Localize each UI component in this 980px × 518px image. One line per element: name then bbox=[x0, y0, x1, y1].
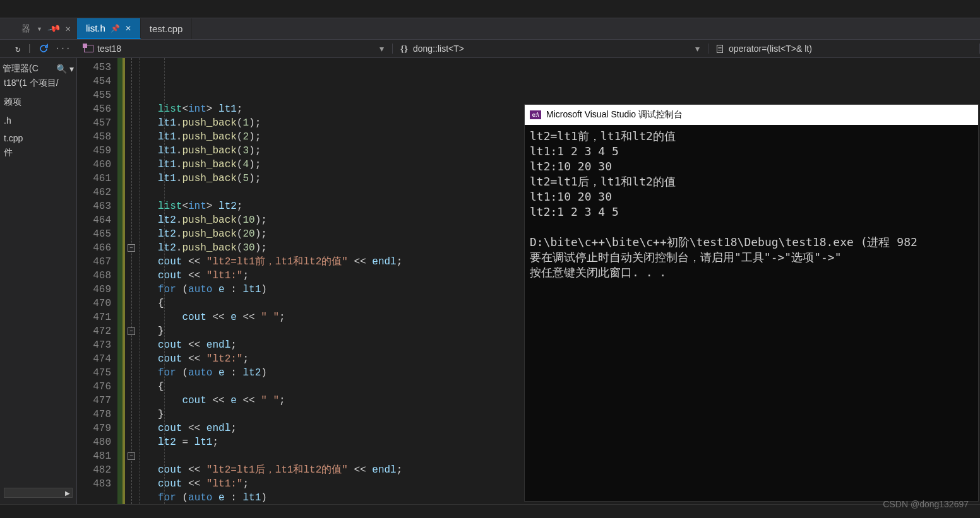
line-number: 463 bbox=[77, 199, 111, 213]
operator-icon: ≡ bbox=[715, 44, 725, 54]
line-number: 459 bbox=[77, 144, 111, 158]
scrollbar-horizontal[interactable]: ▶ bbox=[4, 488, 73, 498]
line-number: 468 bbox=[77, 269, 111, 283]
status-bar bbox=[0, 504, 980, 518]
solution-dropdown-icon[interactable]: ▾ bbox=[37, 23, 42, 34]
close-icon[interactable]: ✕ bbox=[66, 23, 71, 34]
line-number: 464 bbox=[77, 213, 111, 227]
line-number: 455 bbox=[77, 88, 111, 102]
pin-icon[interactable]: 📌 bbox=[46, 21, 61, 36]
fold-button[interactable]: − bbox=[128, 244, 135, 252]
search-placeholder: 管理器(C bbox=[3, 63, 54, 74]
line-number: 470 bbox=[77, 297, 111, 310]
line-number: 474 bbox=[77, 352, 111, 366]
chevron-down-icon[interactable]: ▾ bbox=[693, 44, 702, 54]
tab-inactive-label: test.cpp bbox=[150, 23, 183, 34]
crumb-member[interactable]: ≡ operator=(list<T>& lt) bbox=[708, 44, 980, 54]
line-number: 483 bbox=[77, 477, 111, 491]
line-number: 477 bbox=[77, 394, 111, 408]
scroll-right-icon[interactable]: ▶ bbox=[63, 488, 72, 497]
line-number: 469 bbox=[77, 283, 111, 297]
line-number: 481 bbox=[77, 449, 111, 463]
sidebar-item[interactable]: .h bbox=[0, 114, 76, 127]
line-number: 466 bbox=[77, 241, 111, 255]
sidebar-item[interactable]: 赖项 bbox=[0, 95, 76, 110]
line-number: 461 bbox=[77, 172, 111, 185]
crumb-member-label: operator=(list<T>& lt) bbox=[729, 44, 812, 54]
line-number: 457 bbox=[77, 116, 111, 130]
search-dropdown-icon[interactable]: ▾ bbox=[69, 64, 74, 74]
crumb-project[interactable]: test18 ▾ bbox=[77, 44, 393, 54]
refresh-icon[interactable] bbox=[39, 44, 49, 54]
line-number: 467 bbox=[77, 255, 111, 269]
line-number: 475 bbox=[77, 366, 111, 380]
debug-console-window[interactable]: c:\ Microsoft Visual Studio 调试控制台 lt2=lt… bbox=[524, 104, 979, 502]
tab-bar: 器 ▾ 📌 ✕ list.h 📌 ✕ test.cpp bbox=[0, 18, 980, 39]
separator: | bbox=[27, 44, 32, 54]
sidebar-item[interactable]: t.cpp bbox=[0, 131, 76, 145]
crumb-scope[interactable]: {} dong::list<T> ▾ bbox=[393, 44, 708, 54]
sidebar-item[interactable]: 件 bbox=[0, 145, 76, 160]
chevron-down-icon[interactable]: ▾ bbox=[377, 44, 386, 54]
crumb-project-label: test18 bbox=[97, 44, 121, 54]
line-number: 465 bbox=[77, 227, 111, 241]
line-number: 458 bbox=[77, 130, 111, 144]
line-number: 482 bbox=[77, 463, 111, 477]
braces-icon: {} bbox=[399, 44, 409, 54]
change-bar-green bbox=[117, 58, 122, 504]
line-number: 476 bbox=[77, 380, 111, 394]
vs-icon: c:\ bbox=[530, 110, 541, 119]
tab-close-icon[interactable]: ✕ bbox=[125, 24, 131, 33]
console-titlebar[interactable]: c:\ Microsoft Visual Studio 调试控制台 bbox=[525, 105, 978, 125]
watermark: CSDN @dong132697 bbox=[883, 499, 969, 509]
line-number: 480 bbox=[77, 435, 111, 449]
tab-list-h[interactable]: list.h 📌 ✕ bbox=[77, 18, 141, 39]
breadcrumb-bar: ↻ | ··· test18 ▾ {} dong::list<T> ▾ ≡ op… bbox=[0, 39, 980, 58]
line-number: 471 bbox=[77, 310, 111, 324]
solution-explorer-label: 器 bbox=[21, 23, 30, 35]
sidebar-item[interactable]: t18"(1 个项目/ bbox=[0, 76, 76, 91]
search-input[interactable]: 管理器(C 🔍 ▾ bbox=[0, 62, 76, 76]
line-number: 460 bbox=[77, 158, 111, 172]
line-number: 462 bbox=[77, 185, 111, 199]
crumb-scope-label: dong::list<T> bbox=[413, 44, 464, 54]
line-number: 478 bbox=[77, 408, 111, 421]
line-number: 473 bbox=[77, 338, 111, 352]
search-icon: 🔍 bbox=[56, 64, 67, 74]
tab-pin-icon[interactable]: 📌 bbox=[111, 24, 120, 33]
console-output: lt2=lt1前，lt1和lt2的值 lt1:1 2 3 4 5 lt2:10 … bbox=[525, 125, 978, 284]
solution-explorer: 管理器(C 🔍 ▾ t18"(1 个项目/赖项.ht.cpp件 ▶ bbox=[0, 58, 77, 504]
fold-button[interactable]: − bbox=[128, 452, 135, 460]
toolbar-placeholder bbox=[0, 0, 980, 18]
console-title: Microsoft Visual Studio 调试控制台 bbox=[546, 109, 683, 121]
line-number-gutter: 4534544554564574584594604614624634644654… bbox=[77, 58, 117, 504]
tab-active-label: list.h bbox=[86, 23, 105, 33]
history-icon[interactable]: ↻ bbox=[15, 44, 20, 54]
line-number: 453 bbox=[77, 61, 111, 74]
line-number: 479 bbox=[77, 421, 111, 435]
project-icon bbox=[83, 44, 93, 54]
tab-test-cpp[interactable]: test.cpp bbox=[141, 18, 193, 39]
fold-column: −−− bbox=[125, 58, 139, 504]
line-number: 456 bbox=[77, 102, 111, 116]
fold-button[interactable]: − bbox=[128, 327, 135, 335]
line-number: 472 bbox=[77, 324, 111, 338]
line-number: 454 bbox=[77, 74, 111, 88]
more-icon[interactable]: ··· bbox=[55, 44, 71, 54]
